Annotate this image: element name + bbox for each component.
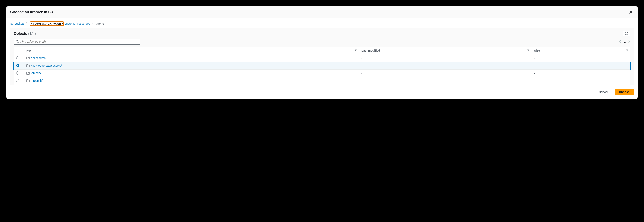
folder-icon (26, 79, 30, 83)
cell-size: - (532, 70, 630, 77)
table-row[interactable]: api-schema/-- (14, 54, 630, 62)
page-number: 1 (624, 40, 626, 43)
objects-table: Key Last modified Size api-schema/--know… (14, 47, 630, 85)
breadcrumb: S3 buckets 〉 <YOUR-STACK-NAME>-customer-… (10, 22, 634, 25)
chevron-left-icon (619, 40, 621, 43)
cell-size: - (532, 62, 630, 70)
modal-body: S3 buckets 〉 <YOUR-STACK-NAME>-customer-… (6, 19, 638, 85)
cell-last-modified: - (359, 54, 532, 62)
table-row[interactable]: streamlit/-- (14, 77, 630, 85)
close-button[interactable] (628, 9, 634, 15)
object-link[interactable]: api-schema/ (31, 56, 46, 60)
cell-last-modified: - (359, 77, 532, 85)
table-row[interactable]: knowledge-base-assets/-- (14, 62, 630, 70)
column-select (14, 47, 24, 54)
refresh-icon (625, 32, 628, 35)
close-icon (629, 11, 632, 14)
search-input[interactable] (20, 40, 138, 43)
refresh-button[interactable] (622, 31, 630, 36)
prev-page-button[interactable] (619, 40, 621, 43)
toolbar: 1 (14, 39, 630, 45)
object-link[interactable]: lambda/ (31, 71, 41, 75)
cell-size: - (532, 77, 630, 85)
search-icon (16, 40, 19, 43)
breadcrumb-current: agent/ (96, 22, 104, 25)
cancel-button[interactable]: Cancel (595, 89, 612, 95)
object-link[interactable]: knowledge-base-assets/ (31, 64, 62, 67)
search-box[interactable] (14, 39, 140, 45)
modal-header: Choose an archive in S3 (6, 6, 638, 19)
cell-last-modified: - (359, 62, 532, 70)
panel-title-text: Objects (14, 32, 27, 36)
cell-last-modified: - (359, 70, 532, 77)
s3-chooser-modal: Choose an archive in S3 S3 buckets 〉 <YO… (6, 6, 638, 99)
row-radio[interactable] (16, 79, 19, 82)
bucket-suffix: -customer-resources (64, 22, 90, 25)
panel-header: Objects (1/4) (14, 31, 630, 36)
folder-icon (26, 57, 30, 60)
breadcrumb-root[interactable]: S3 buckets (10, 22, 24, 25)
row-radio[interactable] (16, 71, 19, 75)
cell-size: - (532, 54, 630, 62)
folder-icon (26, 64, 30, 68)
column-size[interactable]: Size (532, 47, 630, 54)
svg-point-0 (16, 40, 18, 42)
choose-button[interactable]: Choose (615, 89, 634, 95)
column-last-modified[interactable]: Last modified (359, 47, 532, 54)
row-radio[interactable] (16, 56, 19, 59)
breadcrumb-bucket[interactable]: <YOUR-STACK-NAME>-customer-resources (30, 22, 90, 25)
folder-icon (26, 72, 30, 75)
chevron-right-icon (628, 40, 630, 43)
object-link[interactable]: streamlit/ (31, 79, 42, 82)
row-radio[interactable] (16, 64, 19, 67)
panel-count: (1/4) (28, 32, 36, 36)
table-row[interactable]: lambda/-- (14, 70, 630, 77)
next-page-button[interactable] (628, 40, 630, 43)
modal-footer: Cancel Choose (6, 85, 638, 99)
stack-name-placeholder: <YOUR-STACK-NAME> (30, 21, 64, 26)
column-key[interactable]: Key (24, 47, 359, 54)
pager: 1 (619, 40, 630, 43)
objects-panel: Objects (1/4) 1 (10, 28, 634, 85)
modal-title: Choose an archive in S3 (10, 10, 53, 14)
chevron-right-icon: 〉 (26, 22, 28, 25)
panel-title: Objects (1/4) (14, 32, 36, 36)
svg-line-1 (18, 42, 19, 43)
chevron-right-icon: 〉 (92, 22, 94, 25)
